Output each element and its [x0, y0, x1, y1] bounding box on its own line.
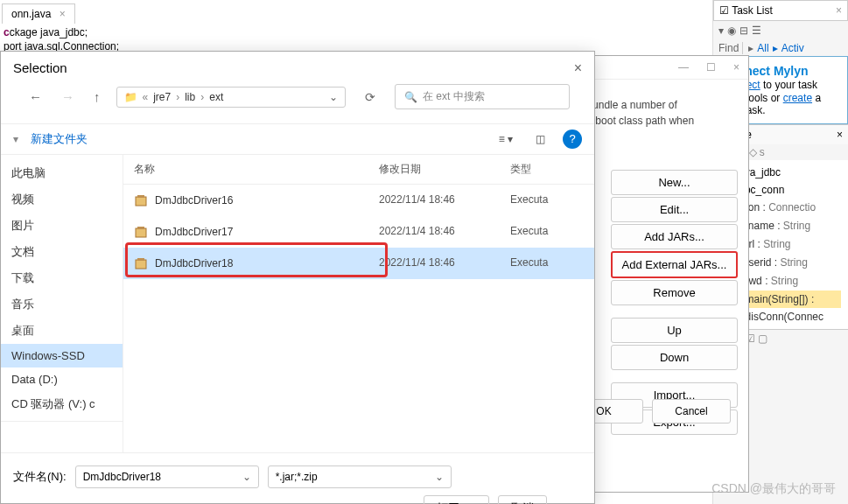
category-icon[interactable]: ☰: [752, 24, 761, 37]
close-icon[interactable]: ×: [733, 61, 739, 74]
file-date: 2022/11/4 18:46: [379, 193, 510, 207]
hide-fields-icon[interactable]: ◇: [749, 146, 757, 158]
close-icon[interactable]: ×: [837, 129, 843, 141]
new-folder-button[interactable]: 新建文件夹: [31, 131, 88, 147]
outline-field[interactable]: url : String: [736, 235, 841, 254]
sidebar-item-windows-ssd[interactable]: Windows-SSD: [1, 344, 123, 368]
breadcrumb[interactable]: 📁 « jre7 › lib › ext ⌄: [116, 87, 347, 108]
filename-value: DmJdbcDriver18: [83, 471, 161, 483]
breadcrumb-item[interactable]: jre7: [153, 91, 171, 103]
add-external-jars-button[interactable]: Add External JARs...: [611, 251, 738, 278]
outline-field[interactable]: cname : String: [736, 217, 841, 235]
tasklist-toolbar: ▾ ◉ ⊟ ☰: [713, 21, 848, 40]
jar-icon: [134, 256, 148, 270]
tasklist-icon: ☑: [719, 4, 729, 17]
close-icon[interactable]: ×: [836, 4, 842, 17]
sidebar-item-cd-drive[interactable]: CD 驱动器 (V:) c: [1, 391, 123, 417]
file-row[interactable]: DmJdbcDriver18 2022/11/4 18:46 Executa: [123, 248, 594, 279]
editor-tab[interactable]: onn.java ×: [2, 4, 75, 24]
refresh-icon[interactable]: ⟳: [358, 87, 382, 108]
file-type: Executa: [510, 193, 584, 207]
column-name[interactable]: 名称: [134, 162, 379, 177]
find-label: Find: [718, 42, 739, 54]
sidebar-item-videos[interactable]: 视频: [1, 186, 123, 213]
filter-value: *.jar;*.zip: [276, 471, 318, 483]
down-button[interactable]: Down: [611, 345, 738, 370]
hide-static-icon[interactable]: s: [760, 146, 765, 158]
task-icon[interactable]: ▾: [718, 24, 724, 37]
search-placeholder: 在 ext 中搜索: [423, 89, 485, 104]
close-icon[interactable]: ×: [574, 60, 582, 76]
preview-pane-icon[interactable]: ◫: [530, 131, 550, 147]
sidebar-item-music[interactable]: 音乐: [1, 291, 123, 318]
organize-dropdown[interactable]: ▾: [13, 133, 18, 145]
collapse-icon[interactable]: ⊟: [739, 24, 748, 37]
view-menu-icon[interactable]: ≡ ▾: [494, 131, 518, 147]
search-icon: 🔍: [404, 91, 417, 103]
svg-rect-0: [136, 197, 146, 206]
minimize-icon[interactable]: —: [678, 61, 689, 74]
file-name: DmJdbcDriver18: [155, 257, 233, 270]
file-name: DmJdbcDriver16: [155, 194, 233, 206]
breadcrumb-item[interactable]: lib: [185, 91, 195, 103]
console-icon[interactable]: ▢: [758, 332, 767, 345]
outline-field[interactable]: con : Connectio: [736, 199, 841, 217]
help-icon[interactable]: ?: [563, 130, 582, 149]
watermark: CSDN @最伟大的哥哥: [711, 481, 836, 497]
new-button[interactable]: New...: [611, 170, 738, 195]
up-arrow-icon[interactable]: ↑: [90, 86, 104, 108]
back-arrow-icon[interactable]: ←: [25, 86, 46, 108]
outline-method[interactable]: disConn(Connec: [736, 308, 841, 326]
dialog-title: Selection: [13, 60, 582, 75]
filter-dropdown[interactable]: *.jar;*.zip ⌄: [268, 466, 452, 488]
breadcrumb-item[interactable]: ext: [209, 91, 223, 103]
filename-input[interactable]: DmJdbcDriver18 ⌄: [75, 466, 259, 488]
sidebar-item-desktop[interactable]: 桌面: [1, 318, 123, 344]
find-input[interactable]: ▸: [742, 42, 753, 54]
svg-rect-3: [137, 227, 144, 229]
file-list-header[interactable]: 名称 修改日期 类型: [123, 155, 594, 185]
svg-rect-2: [136, 228, 146, 237]
file-dialog-footer: 文件名(N): DmJdbcDriver18 ⌄ *.jar;*.zip ⌄ 打…: [1, 452, 594, 504]
tasklist-find-row: Find ▸ All ▸ Activ: [713, 40, 848, 56]
mylyn-create-link[interactable]: create: [783, 92, 812, 104]
maximize-icon[interactable]: ☐: [706, 61, 716, 74]
remove-button[interactable]: Remove: [611, 280, 738, 305]
filename-label: 文件名(N):: [13, 469, 67, 485]
filter-all[interactable]: All: [757, 42, 768, 54]
cancel-button[interactable]: Cancel: [652, 399, 731, 424]
add-jars-button[interactable]: Add JARs...: [611, 224, 738, 249]
close-icon[interactable]: ×: [60, 8, 66, 20]
column-date[interactable]: 修改日期: [379, 162, 510, 177]
editor-tab-label: onn.java: [11, 8, 51, 20]
tasklist-title[interactable]: ☑ Task List ×: [713, 0, 848, 21]
forward-arrow-icon[interactable]: →: [58, 86, 78, 108]
outline-field[interactable]: userid : String: [736, 254, 841, 272]
jar-icon: [134, 193, 148, 207]
chevron-down-icon[interactable]: ⌄: [329, 91, 338, 103]
column-type[interactable]: 类型: [510, 162, 584, 177]
up-button[interactable]: Up: [611, 318, 738, 343]
edit-button[interactable]: Edit...: [611, 197, 738, 222]
file-list[interactable]: 名称 修改日期 类型 DmJdbcDriver16 2022/11/4 18:4…: [123, 155, 594, 452]
sidebar-item-thispc[interactable]: 此电脑: [1, 160, 123, 186]
outline-field[interactable]: pwd : String: [736, 272, 841, 290]
sidebar-item-downloads[interactable]: 下载: [1, 265, 123, 291]
sidebar-item-data-d[interactable]: Data (D:): [1, 368, 123, 391]
chevron-down-icon[interactable]: ⌄: [435, 471, 444, 483]
jar-icon: [134, 225, 148, 239]
search-input[interactable]: 🔍 在 ext 中搜索: [395, 84, 570, 109]
chevron-down-icon[interactable]: ⌄: [242, 471, 251, 483]
file-row[interactable]: DmJdbcDriver16 2022/11/4 18:46 Executa: [123, 185, 594, 216]
sidebar-item-pictures[interactable]: 图片: [1, 213, 123, 239]
file-date: 2022/11/4 18:46: [379, 225, 510, 239]
open-button[interactable]: 打开(O): [424, 495, 489, 504]
cancel-button[interactable]: 取消: [498, 495, 547, 504]
focus-icon[interactable]: ◉: [727, 24, 736, 37]
outline-method[interactable]: main(String[]) :: [736, 290, 841, 308]
file-name: DmJdbcDriver17: [155, 226, 233, 238]
filter-active[interactable]: Activ: [781, 42, 804, 54]
file-row[interactable]: DmJdbcDriver17 2022/11/4 18:46 Executa: [123, 216, 594, 248]
sidebar-item-documents[interactable]: 文档: [1, 239, 123, 265]
sidebar-navigation[interactable]: 此电脑 视频 图片 文档 下载 音乐 桌面 Windows-SSD Data (…: [1, 155, 123, 452]
